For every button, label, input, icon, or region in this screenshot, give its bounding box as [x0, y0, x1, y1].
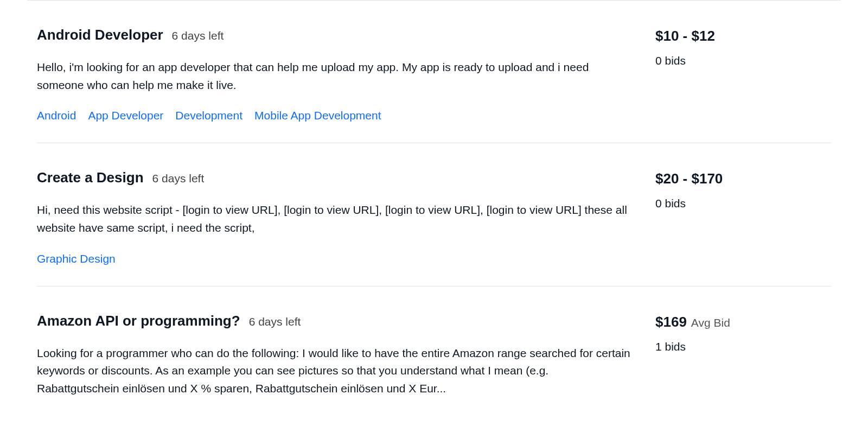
- job-tag[interactable]: Development: [175, 109, 242, 122]
- job-tag[interactable]: App Developer: [88, 109, 163, 122]
- job-main: Amazon API or programming? 6 days left L…: [37, 313, 655, 413]
- job-header: Create a Design 6 days left: [37, 169, 634, 186]
- job-price-line: $20 - $170: [655, 170, 807, 187]
- job-description: Looking for a programmer who can do the …: [37, 345, 634, 398]
- job-side: $10 - $12 0 bids: [655, 27, 807, 122]
- job-tag[interactable]: Android: [37, 109, 76, 122]
- job-title[interactable]: Create a Design: [37, 169, 144, 186]
- job-title[interactable]: Amazon API or programming?: [37, 313, 240, 329]
- job-card: Create a Design 6 days left Hi, need thi…: [37, 143, 831, 286]
- job-time-left: 6 days left: [172, 29, 224, 42]
- job-bids: 1 bids: [655, 340, 807, 353]
- job-main: Create a Design 6 days left Hi, need thi…: [37, 169, 655, 265]
- job-price: $20 - $170: [655, 170, 723, 187]
- job-description: Hi, need this website script - [login to…: [37, 201, 634, 237]
- job-bids: 0 bids: [655, 197, 807, 210]
- job-side: $169 Avg Bid 1 bids: [655, 313, 807, 413]
- job-card: Amazon API or programming? 6 days left L…: [37, 287, 831, 434]
- job-tag[interactable]: Mobile App Development: [254, 109, 381, 122]
- job-bids: 0 bids: [655, 54, 807, 67]
- job-time-left: 6 days left: [152, 172, 205, 185]
- job-title[interactable]: Android Developer: [37, 27, 163, 43]
- job-price: $169: [655, 314, 687, 330]
- job-time-left: 6 days left: [249, 315, 301, 328]
- job-price: $10 - $12: [655, 28, 715, 44]
- job-header: Amazon API or programming? 6 days left: [37, 313, 634, 329]
- job-price-line: $169 Avg Bid: [655, 314, 807, 330]
- job-price-line: $10 - $12: [655, 28, 807, 44]
- job-main: Android Developer 6 days left Hello, i'm…: [37, 27, 655, 122]
- job-tags: Graphic Design: [37, 252, 634, 265]
- job-header: Android Developer 6 days left: [37, 27, 634, 43]
- job-side: $20 - $170 0 bids: [655, 169, 807, 265]
- job-price-suffix: Avg Bid: [691, 316, 730, 329]
- job-tag[interactable]: Graphic Design: [37, 252, 116, 265]
- job-listings: Android Developer 6 days left Hello, i'm…: [27, 0, 841, 433]
- job-description: Hello, i'm looking for an app developer …: [37, 59, 634, 94]
- job-card: Android Developer 6 days left Hello, i'm…: [37, 1, 831, 143]
- job-tags: Android App Developer Development Mobile…: [37, 109, 634, 122]
